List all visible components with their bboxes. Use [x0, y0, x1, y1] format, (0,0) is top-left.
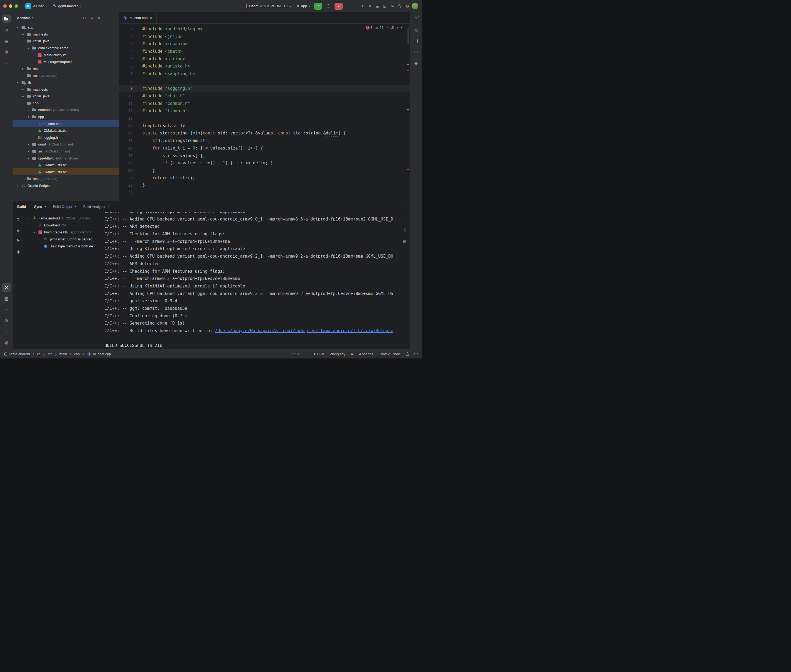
debug-button[interactable] [324, 3, 332, 10]
profiler-icon[interactable]: ◔ [2, 305, 11, 314]
profile-avatar[interactable] [411, 2, 419, 10]
errors-count[interactable]: !3 [366, 26, 372, 30]
running-devices-icon[interactable]: ▭ [412, 48, 420, 56]
hide-panel-icon[interactable]: − [110, 14, 117, 21]
more-run-actions-icon[interactable]: ⋮ [344, 2, 352, 10]
tree-item-cmakelists-txt[interactable]: CMakeLists.txt [13, 168, 119, 175]
rerun-build-icon[interactable]: ⟳ [14, 216, 22, 223]
pin-tab-icon[interactable]: ⚑ [14, 237, 22, 245]
caret-position[interactable]: 9:21 [292, 352, 299, 356]
notifications-icon[interactable] [412, 14, 420, 23]
close-tab-icon[interactable]: ✕ [107, 205, 110, 208]
chevron-right-icon[interactable]: ▸ [26, 150, 30, 153]
tree-item-app[interactable]: ▾app [13, 24, 119, 31]
close-tab-icon[interactable]: ✕ [150, 16, 152, 20]
warnings-count[interactable]: ⚠24 [375, 26, 383, 30]
chevron-down-icon[interactable]: ▾ [26, 115, 30, 118]
readonly-lock-icon[interactable] [406, 352, 409, 356]
terminal-icon[interactable]: >_ [2, 327, 11, 336]
chevron-down-icon[interactable]: ▾ [16, 81, 20, 84]
breadcrumb-lib[interactable]: lib [37, 352, 40, 356]
clear-console-icon[interactable]: ⊟ [401, 238, 409, 245]
soft-wrap-icon[interactable]: ↩ [401, 215, 409, 222]
tab-options-icon[interactable]: ⋮ [403, 16, 410, 20]
structure-icon[interactable]: ≣ [2, 37, 11, 45]
tree-item-logging-h[interactable]: logging.h [13, 134, 119, 141]
chevron-right-icon[interactable]: ▸ [26, 143, 30, 146]
tree-item-ggml-aichat-lib-main[interactable]: ▸ggml[AiChat.lib.main] [13, 141, 119, 148]
locate-file-icon[interactable]: ⊙ [81, 14, 88, 21]
tree-item-manifests[interactable]: ▸manifests [13, 31, 119, 38]
breadcrumb-src[interactable]: src [48, 352, 52, 356]
editor-tab-ai-chat-cpp[interactable]: ai_chat.cpp ✕ [119, 12, 157, 23]
chevron-right-icon[interactable]: ▸ [21, 88, 25, 91]
zoom-window-button[interactable] [14, 4, 18, 8]
chevron-right-icon[interactable]: ▸ [16, 184, 20, 187]
close-window-button[interactable] [3, 4, 7, 8]
build-console[interactable]: C/C++: -- Using KleidiAI optimized kerne… [102, 212, 400, 349]
code-editor[interactable]: 1#include <android/log.h>2#include <jni.… [119, 24, 410, 201]
indent-size[interactable]: 4 spaces [359, 352, 373, 356]
expand-all-icon[interactable]: ⇅ [88, 14, 95, 21]
gradle-icon[interactable]: ◇ [412, 26, 420, 34]
tree-item-cpp-httplib-aichat-lib-main[interactable]: ▸cpp-httplib[AiChat.lib.main] [13, 155, 119, 162]
indent-style-icon[interactable]: ⇄ [351, 352, 354, 356]
editor-scrollbar[interactable] [408, 27, 409, 44]
device-explorer-icon[interactable] [412, 37, 420, 45]
tree-item-kotlin-java[interactable]: ▸kotlin+java [13, 93, 119, 100]
tree-item-lib[interactable]: ▾lib [13, 79, 119, 86]
more-options-icon[interactable]: ⋮ [386, 203, 394, 210]
line-separator[interactable]: LF [305, 352, 309, 356]
scroll-to-end-icon[interactable]: ↧ [401, 226, 409, 234]
hide-panel-icon[interactable]: − [398, 203, 406, 210]
chevron-right-icon[interactable]: ▸ [26, 108, 30, 111]
project-icon[interactable] [2, 14, 11, 23]
breadcrumb-ai-chat-cpp[interactable]: ai_chat.cpp [87, 352, 111, 356]
task-list-icon[interactable]: ≣ [374, 2, 381, 10]
rerun-button[interactable]: ⟳ [314, 3, 322, 10]
pull-requests-icon[interactable]: ψ [2, 48, 11, 56]
chevron-right-icon[interactable]: ▸ [26, 157, 30, 160]
tree-item-cpp[interactable]: ▾cpp [13, 114, 119, 120]
close-tab-icon[interactable]: ✕ [74, 205, 77, 208]
chevron-down-icon[interactable]: ▾ [21, 40, 25, 43]
passed-count[interactable]: ✓15 [386, 26, 394, 30]
version-control-icon[interactable]: ψ [2, 338, 11, 347]
build-tab-sync[interactable]: Sync✕ [32, 203, 49, 210]
branch-selector[interactable]: ggml-master ▾ [50, 3, 83, 9]
tree-item-kotlin-java[interactable]: ▾kotlin+java [13, 38, 119, 45]
project-view-selector[interactable]: Android [17, 16, 30, 20]
chevron-down-icon[interactable]: ▾ [27, 217, 31, 220]
stop-build-icon[interactable]: ■ [14, 226, 22, 234]
chevron-right-icon[interactable]: ▸ [21, 94, 25, 98]
build-tree-item-build-gradle-kts[interactable]: ▾build.gradle.ktsapp 1 warning [24, 229, 102, 235]
console-file-link[interactable]: /Users/hanyin/Workspace/ai-chat/examples… [215, 328, 393, 333]
chevron-down-icon[interactable]: ▾ [26, 46, 30, 50]
inspections-widget-icon[interactable]: ⓘ [414, 352, 418, 356]
breadcrumb-llama-android[interactable]: llama.android [4, 352, 30, 356]
run-config-selector[interactable]: app ▾ [295, 3, 313, 9]
build-tab-build-output[interactable]: Build Output✕ [50, 203, 80, 210]
tree-item-common-aichat-lib-main[interactable]: ▸common[AiChat.lib.main] [13, 107, 119, 114]
next-problem-icon[interactable]: ▾ [401, 26, 403, 29]
remote-dev-icon[interactable]: ∿ [388, 2, 396, 10]
tree-item-cmakelists-txt[interactable]: CMakeLists.txt [13, 127, 119, 134]
tree-item-cpp[interactable]: ▾cpp [13, 100, 119, 107]
tree-item-res-generated[interactable]: res(generated) [13, 72, 119, 79]
build-tree-item-jvmtarget-string-is-deprec[interactable]: 'jvmTarget: String' is deprec [24, 235, 102, 243]
close-tab-icon[interactable]: ✕ [44, 205, 46, 208]
settings-icon[interactable]: ⚙ [404, 2, 411, 10]
commit-icon[interactable]: ⊙ [2, 26, 11, 34]
build-icon[interactable]: ⚒ [2, 283, 11, 292]
chevron-down-icon[interactable]: ▾ [16, 26, 20, 29]
device-selector[interactable]: Xiaomi POCOPHONE F1 ▾ [241, 3, 294, 10]
code-with-me-icon[interactable]: ❖ [366, 2, 374, 10]
search-everywhere-icon[interactable] [396, 2, 404, 10]
build-tree-item-llama-android-fi[interactable]: ▾llama.android: fi22 sec, 583 ms [24, 214, 102, 222]
breadcrumb-cpp[interactable]: cpp [74, 352, 80, 356]
build-tree-item-buildtype-debug-is-both-de[interactable]: BuildType 'debug' is both de [24, 243, 102, 250]
ai-actions-icon[interactable]: ✦ [358, 2, 366, 10]
chevron-down-icon[interactable]: ▾ [21, 102, 25, 105]
clang-tidy[interactable]: .clang-tidy [329, 352, 345, 356]
breadcrumb-main[interactable]: main [59, 352, 67, 356]
